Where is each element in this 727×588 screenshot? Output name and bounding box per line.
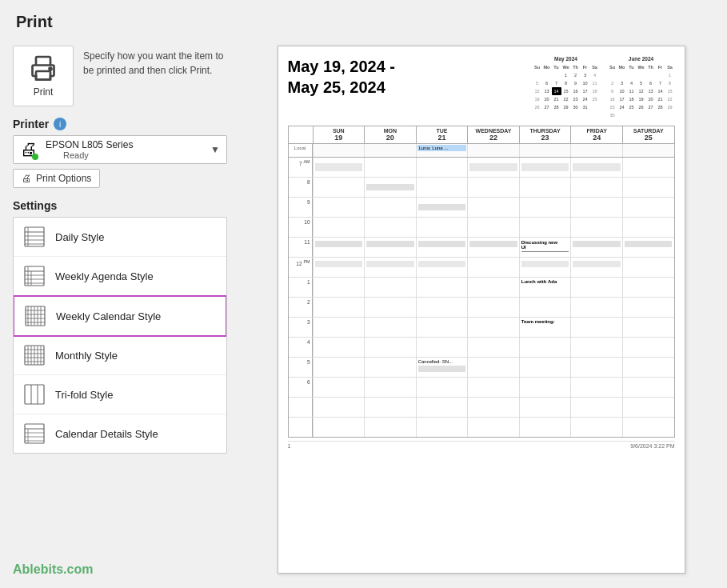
- cell-extra1-3: [416, 398, 468, 417]
- cell-fri-11: [570, 238, 622, 257]
- svg-rect-0: [36, 57, 50, 66]
- daily-style-icon: [22, 224, 47, 250]
- settings-daily-style[interactable]: Daily Style: [14, 218, 226, 257]
- time-row-5: 5 Cancelled: SN...: [289, 358, 674, 378]
- cell-sat-6: [622, 378, 674, 397]
- right-panel: May 19, 2024 - May 25, 2024 May 2024 SuM…: [240, 38, 727, 588]
- cell-wed-10: [467, 218, 519, 237]
- cell-thu-11: Discussing newUI: [519, 238, 571, 257]
- cell-extra2-6: [570, 418, 622, 437]
- cell-fri-2: [570, 298, 622, 317]
- cell-mon-4: [364, 338, 416, 357]
- printer-icon-wrapper: 🖨: [20, 139, 38, 160]
- cell-tue-6: [416, 378, 468, 397]
- time-row-12pm: 12 PM: [289, 258, 674, 278]
- cell-thu-2: [519, 298, 571, 317]
- print-options-button[interactable]: 🖨 Print Options: [13, 169, 100, 188]
- cell-fri-3: [570, 318, 622, 337]
- week-grid-header: SUN19 MON20 TUE21 WEDNESDAY22 THURSDAY23…: [289, 126, 674, 144]
- svg-rect-9: [25, 266, 44, 286]
- calendar-details-label: Calendar Details Style: [55, 428, 158, 440]
- lunch-event: Lunch with Ada: [520, 278, 571, 286]
- cell-tue-2: [416, 298, 468, 317]
- allday-label: Local: [289, 144, 313, 157]
- col-sun: SUN19: [313, 126, 365, 143]
- time-2: 2: [289, 298, 313, 317]
- preview-footer-date: 9/6/2024 3:22 PM: [630, 443, 674, 449]
- cell-thu-6: [519, 378, 571, 397]
- col-wed: WEDNESDAY22: [467, 126, 519, 143]
- cell-wed-2: [467, 298, 519, 317]
- cell-extra1-5: [519, 398, 571, 417]
- print-icon-label: Print: [34, 86, 54, 98]
- time-row-1: 1 Lunch with Ada: [289, 278, 674, 298]
- cell-fri-9: [570, 198, 622, 217]
- weekly-calendar-label: Weekly Calendar Style: [56, 310, 161, 322]
- svg-rect-1: [36, 71, 50, 80]
- time-12pm: 12 PM: [289, 258, 313, 277]
- cell-extra1-6: [570, 398, 622, 417]
- time-4: 4: [289, 338, 313, 357]
- cell-wed-6: [467, 378, 519, 397]
- cancelled-event: Cancelled: SN...: [417, 358, 468, 374]
- mini-calendars: May 2024 SuMoTuWeThFrSa 1234 567891011 1…: [533, 56, 675, 119]
- printer-name: EPSON L805 Series: [46, 139, 206, 150]
- svg-rect-39: [25, 424, 44, 443]
- cell-sat-8: [622, 178, 674, 197]
- allday-mon: [364, 144, 416, 157]
- cell-wed-9: [467, 198, 519, 217]
- cell-sat-10: [622, 218, 674, 237]
- settings-monthly-style[interactable]: Monthly Style: [14, 336, 226, 375]
- print-button[interactable]: Print: [13, 46, 74, 106]
- allday-row: Local Luna: Luna ...: [289, 144, 674, 158]
- col-thu: THURSDAY23: [519, 126, 571, 143]
- info-icon[interactable]: i: [54, 118, 66, 130]
- printer-section: Printer i 🖨 EPSON L805 Series Ready ▼: [13, 118, 227, 188]
- cell-sun-7: [313, 158, 365, 177]
- settings-trifold-style[interactable]: Tri-fold Style: [14, 375, 226, 414]
- cell-sat-2: [622, 298, 674, 317]
- cell-sat-3: [622, 318, 674, 337]
- monthly-style-icon: [22, 342, 47, 368]
- cell-thu-10: [519, 218, 571, 237]
- cell-extra2-3: [416, 418, 468, 437]
- cell-sat-4: [622, 338, 674, 357]
- cell-wed-12: [467, 258, 519, 277]
- preview-header: May 19, 2024 - May 25, 2024 May 2024 SuM…: [288, 56, 675, 119]
- mini-cal-may-title: May 2024: [533, 56, 600, 62]
- allday-tue: Luna: Luna ...: [416, 144, 468, 157]
- mini-cal-june-title: June 2024: [608, 56, 675, 62]
- allday-sun: [313, 144, 365, 157]
- cell-extra2-5: [519, 418, 571, 437]
- time-row-9: 9: [289, 198, 674, 218]
- team-meeting-event: Team meeting:: [520, 318, 571, 326]
- settings-weekly-agenda-style[interactable]: Weekly Agenda Style: [14, 257, 226, 296]
- preview-page-number: 1: [288, 443, 291, 449]
- cell-wed-7: [467, 158, 519, 177]
- cell-tue-7: [416, 158, 468, 177]
- weekly-agenda-icon: [22, 263, 47, 289]
- printer-select[interactable]: 🖨 EPSON L805 Series Ready ▼: [13, 135, 227, 164]
- cell-sun-9: [313, 198, 365, 217]
- time-row-extra2: [289, 418, 674, 437]
- cell-sun-3: [313, 318, 365, 337]
- cell-extra2-2: [364, 418, 416, 437]
- cell-thu-12: [519, 258, 571, 277]
- allday-sat: [622, 144, 674, 157]
- svg-point-2: [50, 68, 52, 70]
- time-9: 9: [289, 198, 313, 217]
- cell-thu-5: [519, 358, 571, 377]
- allday-wed: [467, 144, 519, 157]
- cell-sat-12: [622, 258, 674, 277]
- settings-weekly-calendar-style[interactable]: Weekly Calendar Style: [13, 295, 227, 337]
- settings-calendar-details-style[interactable]: Calendar Details Style: [14, 414, 226, 453]
- print-options-label: Print Options: [36, 173, 91, 184]
- cell-sat-7: [622, 158, 674, 177]
- cell-thu-9: [519, 198, 571, 217]
- discussing-event: Discussing newUI: [520, 238, 571, 250]
- printer-status-dot: [32, 154, 38, 160]
- printer-status: Ready: [63, 150, 206, 160]
- col-sat: SATURDAY25: [622, 126, 674, 143]
- cell-wed-8: [467, 178, 519, 197]
- cell-thu-7: [519, 158, 571, 177]
